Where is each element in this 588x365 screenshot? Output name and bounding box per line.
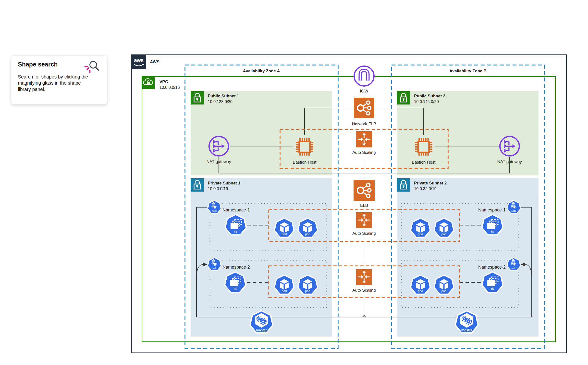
bastion-host-a-icon[interactable] (293, 135, 316, 159)
svg-text:rs: rs (234, 230, 237, 233)
k8s-master-icon[interactable]: master (249, 310, 274, 335)
bastion-host-b-label: Bastion Host (412, 160, 435, 165)
nat-gateway-b-label: NAT gateway (497, 159, 522, 164)
aws-logo[interactable]: aws (131, 54, 146, 69)
nat-gateway-b-icon[interactable] (499, 135, 520, 157)
k8s-pod-icon[interactable]: pod (410, 218, 431, 239)
k8s-node-icon[interactable]: node (507, 200, 521, 214)
aws-logo-text: aws (134, 57, 144, 63)
svg-text:pod: pod (418, 289, 423, 293)
public-subnet-2-icon[interactable] (397, 91, 410, 104)
aws-logo-smile (134, 64, 143, 66)
diagram-canvas: Shape search Search for shapes by clicki… (0, 0, 588, 365)
k8s-pod-icon[interactable]: pod (274, 274, 295, 296)
private-subnet-1-cidr: 10.0.0.0/19 (208, 186, 228, 191)
k8s-pod-icon[interactable]: pod (433, 218, 454, 239)
auto-scaling-icon-top[interactable] (356, 131, 372, 147)
k8s-pod-icon[interactable]: pod (297, 218, 318, 239)
nat-gateway-a-icon[interactable] (208, 135, 230, 157)
az-a-label: Availability Zone A (243, 69, 280, 74)
namespace-1-left-label: Namespace-1 (222, 208, 250, 213)
public-subnet-1-cidr: 10.0.128.0/20 (208, 99, 233, 104)
igw-label: IGW (360, 89, 368, 94)
auto-scaling-icon-bottom[interactable] (356, 269, 372, 285)
nat-gateway-a-label: NAT gateway (207, 159, 231, 164)
svg-text:pod: pod (441, 289, 447, 293)
private-subnet-1-label: Private Subnet 1 (208, 181, 240, 186)
k8s-master-icon[interactable]: master (454, 310, 479, 335)
internet-gateway-icon[interactable] (353, 65, 375, 87)
k8s-rs-icon[interactable]: rs (224, 214, 247, 236)
svg-text:master: master (461, 328, 472, 332)
auto-scaling-icon-mid[interactable] (356, 212, 372, 228)
svg-text:node: node (212, 267, 217, 269)
k8s-pod-icon[interactable]: pod (274, 218, 295, 239)
k8s-pod-icon[interactable]: pod (410, 274, 431, 296)
elb-label: ELB (360, 203, 368, 208)
vpc-icon[interactable] (142, 76, 155, 89)
svg-text:node: node (511, 267, 516, 269)
svg-text:pod: pod (441, 233, 447, 236)
svg-text:pod: pod (305, 289, 310, 293)
bastion-host-a-label: Bastion Host (293, 160, 316, 165)
bastion-host-b-icon[interactable] (412, 135, 435, 159)
k8s-node-icon[interactable]: node (507, 257, 521, 272)
k8s-pod-icon[interactable]: pod (433, 274, 454, 296)
private-subnet-2-cidr: 10.0.32.0/19 (414, 186, 437, 191)
public-subnet-2-cidr: 10.0.144.0/20 (414, 99, 439, 104)
k8s-pod-icon[interactable]: pod (297, 274, 318, 296)
network-elb-icon[interactable] (354, 98, 374, 118)
svg-text:rs: rs (234, 287, 237, 291)
auto-scaling-label-bottom: Auto Scaling (352, 288, 376, 293)
svg-text:rs: rs (491, 230, 494, 233)
k8s-rs-icon[interactable]: rs (224, 271, 246, 294)
elb-icon[interactable] (354, 180, 375, 201)
auto-scaling-label-mid: Auto Scaling (352, 231, 376, 236)
svg-text:node: node (511, 210, 516, 212)
k8s-node-icon[interactable]: node (207, 257, 221, 272)
vpc-cidr: 10.0.0.0/16 (159, 85, 180, 90)
public-subnet-1-icon[interactable] (191, 91, 204, 104)
svg-text:pod: pod (418, 233, 423, 236)
k8s-rs-icon[interactable]: rs (481, 271, 504, 294)
svg-text:rs: rs (491, 287, 494, 291)
az-b-label: Availability Zone B (449, 69, 486, 74)
auto-scaling-label-top: Auto Scaling (352, 150, 376, 155)
private-subnet-2-label: Private Subnet 2 (414, 181, 447, 186)
vpc-label: VPC (159, 79, 168, 84)
svg-text:pod: pod (282, 233, 287, 236)
k8s-rs-icon[interactable]: rs (481, 214, 504, 236)
namespace-2-right-label: Namespace-2 (478, 265, 506, 270)
public-subnet-2-label: Public Subnet 2 (414, 94, 445, 99)
aws-frame-label: AWS (150, 60, 159, 65)
public-subnet-1-label: Public Subnet 1 (208, 94, 239, 99)
private-subnet-2-icon[interactable] (397, 178, 410, 192)
callout-body: Search for shapes by clicking the magnif… (18, 74, 91, 92)
private-subnet-1-icon[interactable] (191, 178, 204, 192)
callout-title: Shape search (18, 61, 58, 68)
network-elb-label: Network ELB (352, 122, 376, 127)
k8s-node-icon[interactable]: node (207, 200, 221, 214)
shape-search-callout: Shape search Search for shapes by clicki… (11, 56, 107, 104)
svg-text:node: node (212, 210, 217, 212)
svg-text:master: master (256, 328, 267, 332)
namespace-2-left-label: Namespace-2 (222, 265, 250, 270)
svg-text:pod: pod (282, 289, 287, 293)
svg-text:pod: pod (305, 233, 310, 236)
namespace-1-right-label: Namespace-1 (478, 208, 506, 213)
